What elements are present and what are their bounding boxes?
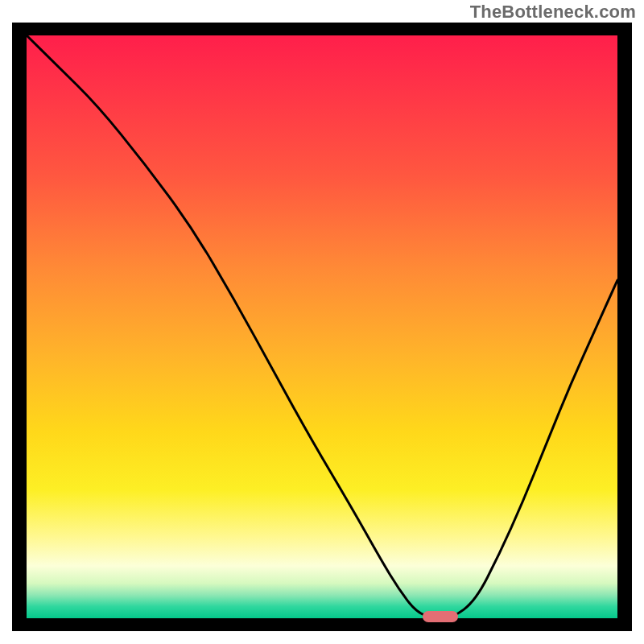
bottleneck-curve <box>27 35 617 618</box>
watermark-text: TheBottleneck.com <box>470 2 636 23</box>
plot-border <box>12 23 632 631</box>
optimum-marker <box>423 611 458 622</box>
chart-container: TheBottleneck.com <box>0 0 644 644</box>
plot-area <box>27 35 617 618</box>
